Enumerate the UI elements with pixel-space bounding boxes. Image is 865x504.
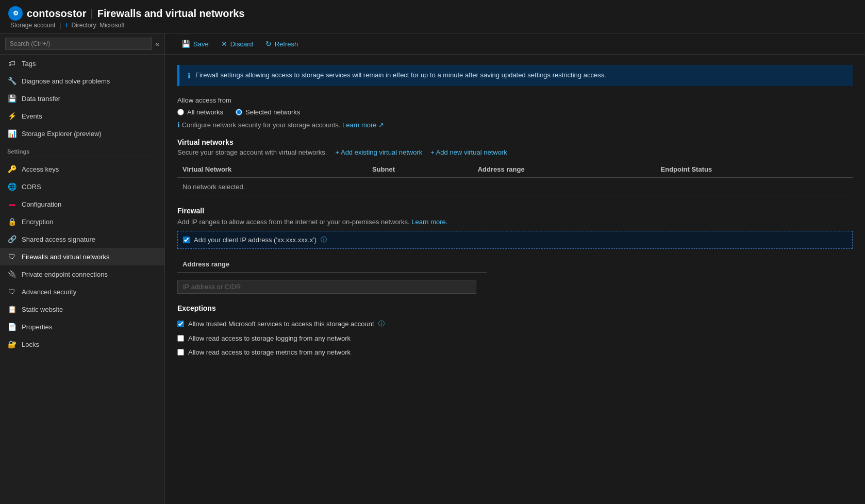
sidebar-item-label: CORS (22, 183, 41, 191)
sidebar-item-tags[interactable]: 🏷 Tags (0, 55, 164, 72)
header-subtitle: Storage account | ℹ Directory: Microsoft (8, 22, 857, 29)
advanced-security-icon: 🛡 (7, 287, 16, 296)
sidebar-item-label: Storage Explorer (preview) (22, 130, 102, 138)
content-area: 💾 Save ✕ Discard ↻ Refresh ℹ Firewall se… (165, 33, 865, 504)
sidebar-item-firewalls[interactable]: 🛡 Firewalls and virtual networks (0, 248, 164, 265)
breadcrumb-storage: Storage account (10, 22, 55, 29)
radio-selected-networks-input[interactable] (236, 109, 242, 115)
data-transfer-icon: 💾 (7, 94, 16, 103)
exception-checkbox-read-metrics[interactable] (177, 349, 184, 356)
firewalls-icon: 🛡 (7, 252, 16, 261)
vnet-desc-text: Secure your storage account with virtual… (177, 148, 327, 156)
sidebar-search-area: « (0, 33, 164, 55)
diagnose-icon: 🔧 (7, 76, 16, 86)
breadcrumb-directory: Directory: Microsoft (72, 22, 125, 29)
page-title: Firewalls and virtual networks (97, 8, 245, 20)
ip-address-input[interactable] (177, 280, 476, 294)
learn-more-link-access[interactable]: Learn more ↗ (342, 121, 384, 129)
search-input[interactable] (5, 38, 152, 50)
main-content: ℹ Firewall settings allowing access to s… (165, 55, 865, 504)
discard-label: Discard (230, 40, 253, 48)
add-existing-label: + Add existing virtual network (335, 148, 422, 156)
sidebar-item-label: Data transfer (22, 95, 60, 103)
exception-checkbox-trusted[interactable] (177, 321, 184, 327)
header-title-row: ⚙ contosostor | Firewalls and virtual ne… (8, 6, 857, 21)
exception-item-read-logging: Allow read access to storage logging fro… (177, 332, 853, 344)
static-website-icon: 📋 (7, 305, 16, 314)
sidebar-item-events[interactable]: ⚡ Events (0, 107, 164, 125)
refresh-button[interactable]: ↻ Refresh (259, 38, 305, 50)
access-keys-icon: 🔑 (7, 164, 16, 174)
firewall-title: Firewall (177, 207, 853, 215)
exceptions-section: Exceptions Allow trusted Microsoft servi… (177, 304, 853, 358)
vnet-title: Virtual networks (177, 138, 853, 146)
sidebar-item-label: Encryption (22, 218, 53, 226)
info-banner: ℹ Firewall settings allowing access to s… (177, 65, 853, 86)
sidebar: « 🏷 Tags 🔧 Diagnose and solve problems 💾… (0, 33, 165, 504)
virtual-networks-section: Virtual networks Secure your storage acc… (177, 138, 853, 196)
radio-all-networks-label: All networks (187, 108, 223, 116)
refresh-icon: ↻ (265, 40, 272, 48)
add-new-vnet-link[interactable]: + Add new virtual network (430, 148, 507, 156)
allow-access-section: Allow access from All networks Selected … (177, 96, 853, 129)
exception-item-trusted-microsoft: Allow trusted Microsoft services to acce… (177, 317, 853, 330)
radio-selected-networks[interactable]: Selected networks (236, 108, 300, 116)
info-small-icon: ℹ (177, 121, 180, 129)
exception-info-icon-trusted: ⓘ (378, 320, 385, 328)
exception-label-read-logging: Allow read access to storage logging fro… (188, 334, 351, 342)
radio-group-access: All networks Selected networks (177, 108, 853, 116)
collapse-button[interactable]: « (155, 40, 159, 48)
sidebar-item-locks[interactable]: 🔐 Locks (0, 335, 164, 353)
configure-static-text: Configure network security for your stor… (182, 121, 341, 129)
account-name: contosostor (27, 8, 87, 20)
directory-info-icon: ℹ (65, 22, 68, 29)
sidebar-item-cors[interactable]: 🌐 CORS (0, 178, 164, 195)
sidebar-item-label: Configuration (22, 200, 61, 208)
learn-more-label: Learn more (342, 121, 376, 129)
firewall-section: Firewall Add IP ranges to allow access f… (177, 207, 853, 294)
radio-all-networks[interactable]: All networks (177, 108, 223, 116)
col-endpoint-status: Endpoint Status (656, 161, 853, 178)
section-label-settings: Settings (0, 142, 164, 157)
account-icon: ⚙ (8, 6, 23, 21)
sidebar-item-label: Tags (22, 60, 36, 68)
info-banner-icon: ℹ (188, 72, 190, 80)
exception-checkbox-read-logging[interactable] (177, 335, 184, 342)
learn-more-firewall-label: Learn more. (411, 218, 447, 226)
address-range-table: Address range (177, 256, 487, 273)
sidebar-items: 🏷 Tags 🔧 Diagnose and solve problems 💾 D… (0, 55, 164, 504)
firewall-desc-text: Add IP ranges to allow access from the i… (177, 218, 410, 226)
sidebar-item-access-keys[interactable]: 🔑 Access keys (0, 160, 164, 178)
save-button[interactable]: 💾 Save (175, 38, 215, 50)
add-existing-vnet-link[interactable]: + Add existing virtual network (335, 148, 422, 156)
add-ip-checkbox-row: Add your client IP address ('xx.xxx.xxx.… (177, 231, 853, 249)
discard-button[interactable]: ✕ Discard (215, 38, 259, 50)
sidebar-item-properties[interactable]: 📄 Properties (0, 318, 164, 335)
toolbar: 💾 Save ✕ Discard ↻ Refresh (165, 33, 865, 55)
configuration-icon: ▬ (7, 199, 16, 209)
sidebar-item-static-website[interactable]: 📋 Static website (0, 300, 164, 318)
col-subnet: Subnet (367, 161, 473, 178)
add-ip-checkbox[interactable] (183, 237, 190, 243)
properties-icon: 📄 (7, 322, 16, 331)
sidebar-item-data-transfer[interactable]: 💾 Data transfer (0, 90, 164, 107)
save-label: Save (193, 40, 209, 48)
save-icon: 💾 (181, 40, 190, 48)
firewall-desc: Add IP ranges to allow access from the i… (177, 218, 853, 226)
refresh-label: Refresh (275, 40, 298, 48)
sidebar-item-private-endpoint[interactable]: 🔌 Private endpoint connections (0, 265, 164, 283)
sidebar-item-storage-explorer[interactable]: 📊 Storage Explorer (preview) (0, 125, 164, 142)
vnet-empty-message: No network selected. (177, 178, 853, 196)
configure-text: ℹ Configure network security for your st… (177, 121, 853, 129)
sidebar-item-diagnose[interactable]: 🔧 Diagnose and solve problems (0, 72, 164, 90)
add-ip-label: Add your client IP address ('xx.xxx.xxx.… (194, 236, 317, 244)
sidebar-item-encryption[interactable]: 🔒 Encryption (0, 213, 164, 230)
sidebar-item-configuration[interactable]: ▬ Configuration (0, 195, 164, 213)
learn-more-link-firewall[interactable]: Learn more. (411, 218, 447, 226)
cors-icon: 🌐 (7, 182, 16, 191)
sidebar-item-advanced-security[interactable]: 🛡 Advanced security (0, 283, 164, 300)
radio-all-networks-input[interactable] (177, 109, 184, 115)
storage-explorer-icon: 📊 (7, 129, 16, 138)
exception-label-read-metrics: Allow read access to storage metrics fro… (188, 348, 351, 356)
sidebar-item-shared-access-signature[interactable]: 🔗 Shared access signature (0, 230, 164, 248)
